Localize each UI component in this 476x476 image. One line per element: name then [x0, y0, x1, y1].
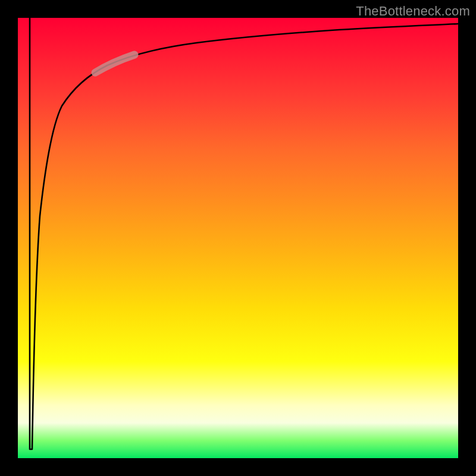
attribution-text: TheBottleneck.com: [356, 4, 470, 19]
gradient-plot-area: [18, 18, 458, 458]
chart-container: TheBottleneck.com: [0, 0, 476, 476]
